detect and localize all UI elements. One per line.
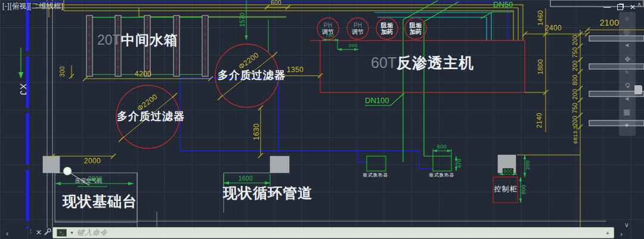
- customize-wrench-icon[interactable]: [43, 228, 52, 237]
- dim-label: 2100: [600, 18, 620, 27]
- dim-label: 800: [521, 185, 527, 194]
- dim-label: 200: [525, 160, 531, 170]
- tank-capacity: 20T: [97, 32, 121, 48]
- dim-label: 200: [572, 35, 578, 45]
- base-platform-label: 现状基础台: [63, 194, 137, 209]
- viewport-controls[interactable]: [-][俯视][二维线框]: [2, 2, 64, 10]
- ro-unit-label: 60T反渗透主机: [371, 55, 474, 70]
- recent-commands-icon[interactable]: ▲: [605, 230, 610, 235]
- control-cabinet-label: 控制柜: [494, 185, 518, 193]
- filter-center-label: 多介质过滤器: [218, 70, 286, 81]
- dim-label: 2000: [84, 157, 101, 164]
- expand-down-icon[interactable]: ∨: [624, 222, 629, 229]
- dim-label: 600: [271, 0, 281, 6]
- navbar-handle[interactable]: [634, 85, 642, 94]
- dim-label: 1460: [537, 10, 544, 26]
- tank-label: 20T中间水箱: [97, 33, 178, 47]
- dim-label: 800: [572, 75, 578, 85]
- ro-name: 反渗透主机: [397, 54, 474, 71]
- dim-label: 1570: [240, 13, 246, 27]
- dim-label: 750: [572, 103, 578, 113]
- scale-dosing-1: 阻垢 加药: [375, 17, 399, 40]
- dim-label: 790: [326, 33, 335, 38]
- circulation-pipe-label: 现状循环管道: [223, 185, 312, 200]
- grip-point[interactable]: [64, 167, 71, 175]
- tank-name: 中间水箱: [121, 32, 178, 48]
- dim-label: 470: [457, 159, 462, 168]
- command-history-dropdown-icon[interactable]: ▼: [70, 231, 74, 235]
- scale-dosing-2: 阻垢 加药: [404, 17, 428, 40]
- dim-label: 1800: [537, 59, 544, 75]
- expand-right-icon[interactable]: ›: [620, 231, 623, 238]
- foundation-pads: [43, 155, 516, 173]
- minimize-button[interactable]: —: [603, 4, 611, 11]
- panel-collapse-left-icon[interactable]: ‹: [6, 229, 8, 238]
- dim-label: 200: [349, 44, 358, 48]
- right-pipe-stubs: [589, 36, 644, 126]
- dim-label: 2140: [536, 113, 543, 128]
- dim-label: 2400: [545, 24, 562, 32]
- dn50-label: DN50: [493, 1, 513, 9]
- ph-dosing-2: PH 调节: [346, 17, 370, 40]
- cmdbar-grip[interactable]: ⁞: [30, 228, 32, 235]
- cmdbar-close-icon[interactable]: ✕: [36, 229, 42, 237]
- collapse-panel-icon[interactable]: ∧: [637, 1, 642, 8]
- dim-label: 1630: [253, 123, 260, 140]
- dim-label: 1350: [287, 66, 304, 73]
- dim-label: 1600: [239, 176, 253, 182]
- dim-label: 200: [572, 60, 578, 71]
- play-icon[interactable]: ▸: [623, 117, 631, 134]
- dim-label: 800: [503, 169, 513, 174]
- heat-exchanger-2-label: 板式换热器: [428, 173, 456, 178]
- autocad-drawing-window: [-][俯视][二维线框] 20T中间水箱 60T反渗透主机 多介质过滤器 多介…: [0, 0, 644, 239]
- navigation-bar[interactable]: ○◎▾✥⌕⟳▾▦▸: [619, 12, 636, 136]
- restore-button[interactable]: [617, 4, 623, 10]
- dim-label: 200: [572, 116, 578, 126]
- dim-label: 6813.3: [573, 126, 578, 144]
- dim-label: 4200: [135, 70, 151, 77]
- dim-label: 300: [60, 66, 66, 77]
- command-prompt-icon[interactable]: >_: [57, 229, 67, 237]
- dim-label: 750: [572, 47, 578, 58]
- axis-tag: XJ: [18, 83, 28, 97]
- green-pipes: [21, 1, 513, 162]
- dim-label: 200: [572, 89, 578, 100]
- heat-exchanger-1-label: 板式换热器: [361, 173, 390, 178]
- green-flow-arrow: [18, 72, 23, 79]
- dim-label: 2800: [88, 176, 103, 182]
- command-input[interactable]: 键入命令: [77, 228, 108, 238]
- heat-exchangers: [367, 156, 451, 171]
- ro-capacity: 60T: [371, 54, 397, 71]
- filter-left-label: 多介质过滤器: [117, 111, 185, 122]
- dn100-label: DN100: [365, 97, 389, 105]
- dim-label: 600: [437, 144, 447, 150]
- command-bar[interactable]: >_ ▼ 键入命令 ▲: [52, 227, 614, 238]
